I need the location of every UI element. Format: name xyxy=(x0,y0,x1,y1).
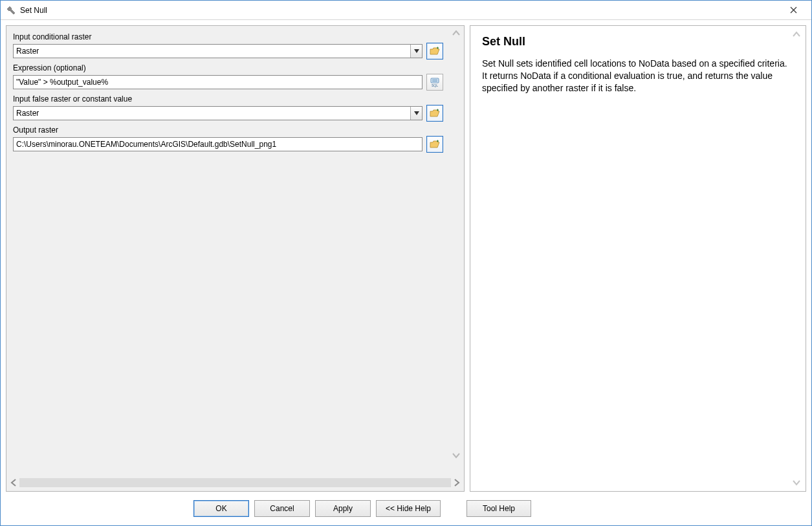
output-raster-input[interactable] xyxy=(14,138,422,151)
vertical-scrollbar[interactable] xyxy=(451,30,461,459)
expression-label: Expression (optional) xyxy=(13,63,443,72)
folder-open-icon xyxy=(430,47,440,56)
browse-output-button[interactable] xyxy=(426,136,443,153)
apply-button[interactable]: Apply xyxy=(315,500,371,517)
sql-icon: SQL xyxy=(430,77,440,87)
horizontal-scrollbar[interactable] xyxy=(6,477,464,491)
input-conditional-label: Input conditional raster xyxy=(13,32,443,41)
hammer-icon xyxy=(6,5,16,16)
form-area: Input conditional raster xyxy=(6,26,464,477)
hide-help-button[interactable]: << Hide Help xyxy=(376,500,441,517)
cancel-button[interactable]: Cancel xyxy=(254,500,310,517)
input-conditional-input[interactable] xyxy=(14,45,410,58)
ok-button[interactable]: OK xyxy=(193,500,249,517)
input-false-combo[interactable] xyxy=(13,106,422,120)
sql-builder-button[interactable]: SQL xyxy=(426,74,443,91)
chevron-up-icon xyxy=(452,30,461,36)
svg-rect-0 xyxy=(431,78,439,83)
chevron-up-icon xyxy=(792,31,801,38)
chevron-right-icon xyxy=(454,478,460,487)
button-bar: OK Cancel Apply << Hide Help Tool Help xyxy=(1,497,811,525)
window-title: Set Null xyxy=(20,6,47,15)
input-false-label: Input false raster or constant value xyxy=(13,94,443,104)
chevron-down-icon xyxy=(792,479,801,486)
help-body: Set Null sets identified cell locations … xyxy=(482,58,794,94)
help-panel: Set Null Set Null sets identified cell l… xyxy=(470,25,806,492)
output-raster-field[interactable] xyxy=(13,137,422,151)
chevron-down-icon[interactable] xyxy=(410,107,422,120)
input-conditional-combo[interactable] xyxy=(13,44,422,58)
input-false-input[interactable] xyxy=(14,107,410,120)
titlebar: Set Null xyxy=(1,1,811,20)
dialog-window: Set Null Input conditional raster xyxy=(0,0,812,526)
tool-help-button[interactable]: Tool Help xyxy=(466,500,531,517)
parameters-panel: Input conditional raster xyxy=(6,25,465,492)
chevron-left-icon xyxy=(10,478,17,487)
browse-false-button[interactable] xyxy=(426,105,443,122)
folder-open-icon xyxy=(430,109,440,118)
help-scrollbar[interactable] xyxy=(791,31,802,486)
content-area: Input conditional raster xyxy=(1,20,811,497)
output-raster-label: Output raster xyxy=(13,126,443,135)
expression-field[interactable] xyxy=(13,75,422,89)
svg-text:SQL: SQL xyxy=(432,83,438,87)
folder-open-icon xyxy=(430,140,440,149)
scroll-track[interactable] xyxy=(19,478,451,487)
chevron-down-icon xyxy=(452,452,461,459)
chevron-down-icon[interactable] xyxy=(410,45,422,58)
help-title: Set Null xyxy=(482,35,794,49)
close-button[interactable] xyxy=(780,1,806,19)
browse-conditional-button[interactable] xyxy=(426,43,443,60)
expression-input[interactable] xyxy=(14,76,422,89)
